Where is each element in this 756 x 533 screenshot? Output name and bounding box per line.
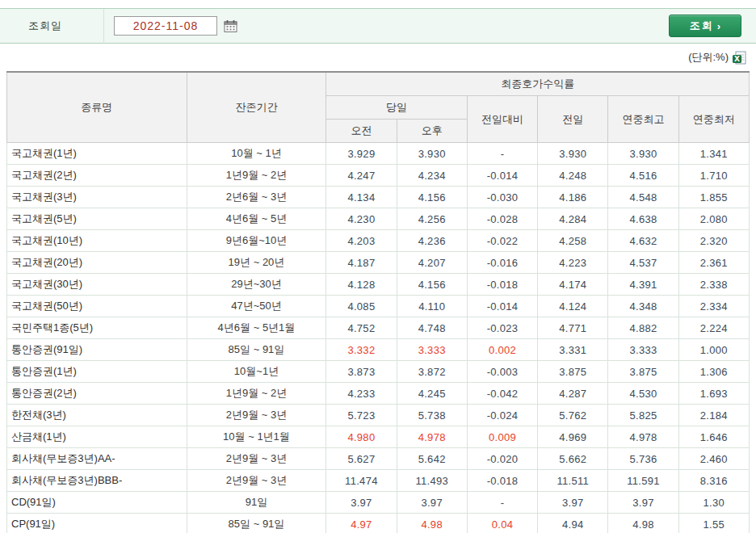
year-low-cell: 2.361 <box>678 252 749 274</box>
year-high-cell: 4.530 <box>608 383 678 405</box>
year-low-cell: 1.000 <box>678 339 749 361</box>
am-yield-cell: 4.230 <box>326 208 397 230</box>
table-row: 국민주택1종(5년)4년6월 ~ 5년1월4.7524.748-0.0234.7… <box>7 317 750 339</box>
year-high-cell: 4.98 <box>608 514 678 533</box>
unit-row: (단위:%) X <box>0 44 756 71</box>
period-cell: 2년9월 ~ 3년 <box>187 470 326 492</box>
change-cell: - <box>467 143 537 165</box>
col-header-am: 오전 <box>326 120 397 143</box>
pm-yield-cell: 4.207 <box>397 252 467 274</box>
prev-yield-cell: 4.969 <box>538 426 608 448</box>
year-low-cell: 2.334 <box>678 296 749 317</box>
year-high-cell: 4.516 <box>608 165 678 187</box>
svg-text:X: X <box>734 54 740 62</box>
prev-yield-cell: 3.97 <box>538 492 608 514</box>
bond-name-cell: 국고채권(2년) <box>7 165 187 187</box>
year-high-cell: 4.978 <box>608 426 678 448</box>
period-cell: 10월~1년 <box>187 361 326 383</box>
bond-name-cell: CD(91일) <box>7 492 187 514</box>
year-low-cell: 1.710 <box>678 165 749 187</box>
change-cell: -0.023 <box>467 317 537 339</box>
am-yield-cell: 4.128 <box>326 274 397 296</box>
am-yield-cell: 4.97 <box>326 514 397 533</box>
search-button-label: 조회 <box>690 19 714 33</box>
period-cell: 2년6월 ~ 3년 <box>187 187 326 208</box>
change-cell: -0.018 <box>467 274 537 296</box>
query-date-input[interactable]: 2022-11-08 <box>114 16 217 36</box>
pm-yield-cell: 4.748 <box>397 317 467 339</box>
table-row: 통안증권(2년)1년9월 ~ 2년4.2334.245-0.0424.2874.… <box>7 383 750 405</box>
year-high-cell: 4.632 <box>608 230 678 252</box>
bond-name-cell: 국고채권(10년) <box>7 230 187 252</box>
change-cell: -0.024 <box>467 405 537 426</box>
bond-name-cell: 국고채권(50년) <box>7 296 187 317</box>
bond-name-cell: 국고채권(20년) <box>7 252 187 274</box>
change-cell: -0.014 <box>467 165 537 187</box>
prev-yield-cell: 4.94 <box>538 514 608 533</box>
table-row: 국고채권(10년)9년6월~10년4.2034.236-0.0224.2584.… <box>7 230 750 252</box>
year-low-cell: 1.341 <box>678 143 749 165</box>
change-cell: -0.028 <box>467 208 537 230</box>
period-cell: 47년~50년 <box>187 296 326 317</box>
pm-yield-cell: 5.738 <box>397 405 467 426</box>
change-cell: -0.020 <box>467 448 537 470</box>
change-cell: 0.04 <box>467 514 537 533</box>
period-cell: 4년6월 ~ 5년 <box>187 208 326 230</box>
pm-yield-cell: 3.333 <box>397 339 467 361</box>
col-header-today: 당일 <box>326 96 468 120</box>
am-yield-cell: 5.627 <box>326 448 397 470</box>
period-cell: 4년6월 ~ 5년1월 <box>187 317 326 339</box>
pm-yield-cell: 5.642 <box>397 448 467 470</box>
year-low-cell: 1.646 <box>678 426 749 448</box>
col-header-pm: 오후 <box>397 120 467 143</box>
period-cell: 91일 <box>187 492 326 514</box>
am-yield-cell: 3.873 <box>326 361 397 383</box>
year-high-cell: 4.548 <box>608 187 678 208</box>
change-cell: -0.030 <box>467 187 537 208</box>
year-high-cell: 4.348 <box>608 296 678 317</box>
col-header-change: 전일대비 <box>467 96 537 143</box>
table-row: 국고채권(2년)1년9월 ~ 2년4.2474.234-0.0144.2484.… <box>7 165 750 187</box>
pm-yield-cell: 3.930 <box>397 143 467 165</box>
prev-yield-cell: 5.662 <box>538 448 608 470</box>
prev-yield-cell: 4.174 <box>538 274 608 296</box>
year-low-cell: 2.320 <box>678 230 749 252</box>
pm-yield-cell: 3.872 <box>397 361 467 383</box>
pm-yield-cell: 4.236 <box>397 230 467 252</box>
year-high-cell: 4.882 <box>608 317 678 339</box>
am-yield-cell: 3.929 <box>326 143 397 165</box>
year-low-cell: 1.30 <box>678 492 749 514</box>
am-yield-cell: 11.474 <box>326 470 397 492</box>
year-low-cell: 2.224 <box>678 317 749 339</box>
year-high-cell: 3.930 <box>608 143 678 165</box>
year-low-cell: 2.080 <box>678 208 749 230</box>
pm-yield-cell: 4.156 <box>397 274 467 296</box>
year-high-cell: 3.875 <box>608 361 678 383</box>
prev-yield-cell: 4.186 <box>538 187 608 208</box>
table-row: 국고채권(50년)47년~50년4.0854.110-0.0144.1244.3… <box>7 296 750 317</box>
table-row: 국고채권(1년)10월 ~ 1년3.9293.930-3.9303.9301.3… <box>7 143 750 165</box>
period-cell: 19년 ~ 20년 <box>187 252 326 274</box>
table-row: CP(91일)85일 ~ 91일4.974.980.044.944.981.55 <box>7 514 750 533</box>
yield-table-body: 국고채권(1년)10월 ~ 1년3.9293.930-3.9303.9301.3… <box>7 143 750 533</box>
table-row: 통안증권(1년)10월~1년3.8733.872-0.0033.8753.875… <box>7 361 750 383</box>
table-row: 회사채(무보증3년)BBB-2년9월 ~ 3년11.47411.493-0.01… <box>7 470 750 492</box>
year-low-cell: 1.55 <box>678 514 749 533</box>
year-high-cell: 5.736 <box>608 448 678 470</box>
search-button[interactable]: 조회 › <box>669 15 741 37</box>
pm-yield-cell: 4.110 <box>397 296 467 317</box>
prev-yield-cell: 4.248 <box>538 165 608 187</box>
pm-yield-cell: 4.156 <box>397 187 467 208</box>
col-header-year-low: 연중최저 <box>678 96 749 143</box>
change-cell: -0.022 <box>467 230 537 252</box>
table-row: 회사채(무보증3년)AA-2년9월 ~ 3년5.6275.642-0.0205.… <box>7 448 750 470</box>
year-high-cell: 11.591 <box>608 470 678 492</box>
am-yield-cell: 4.134 <box>326 187 397 208</box>
bond-name-cell: 국고채권(5년) <box>7 208 187 230</box>
pm-yield-cell: 4.978 <box>397 426 467 448</box>
calendar-icon[interactable] <box>224 19 237 33</box>
excel-export-icon[interactable]: X <box>733 51 746 65</box>
year-low-cell: 8.316 <box>678 470 749 492</box>
am-yield-cell: 4.233 <box>326 383 397 405</box>
change-cell: -0.018 <box>467 470 537 492</box>
